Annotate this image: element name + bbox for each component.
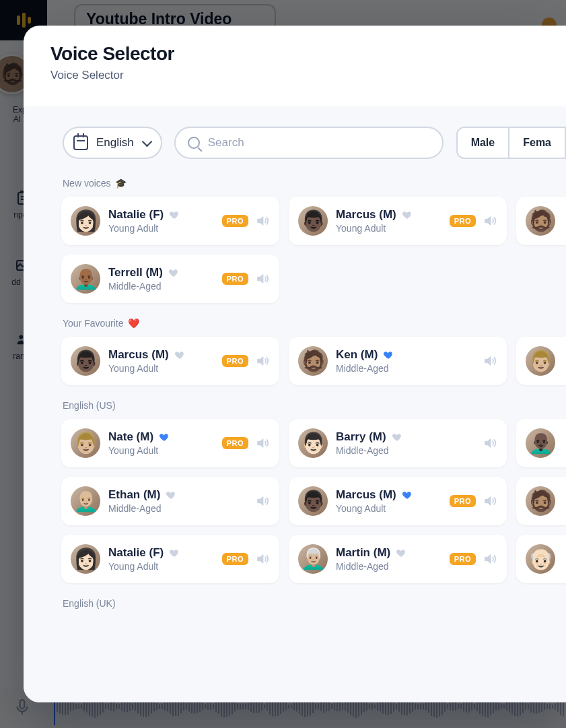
pro-badge: PRO xyxy=(450,553,476,565)
voice-card-peek[interactable]: 🧔🏽 xyxy=(516,477,566,525)
speaker-icon[interactable] xyxy=(483,213,497,228)
heart-icon[interactable] xyxy=(174,350,185,360)
heart-icon[interactable] xyxy=(168,267,179,278)
voice-actions: PRO xyxy=(222,552,270,566)
speaker-icon[interactable] xyxy=(483,436,497,451)
voice-meta: Barry (M) Middle-Aged xyxy=(336,430,474,456)
voice-row: 👨🏼‍🦲 Ethan (M) Middle-Aged 👨🏿 Marcus (M)… xyxy=(61,477,566,525)
voice-row: 👨🏼 Nate (M) Young Adult PRO 👨🏻 Barry (M)… xyxy=(61,419,566,467)
voice-actions: PRO xyxy=(450,552,497,566)
segment-male[interactable]: Male xyxy=(456,127,510,159)
voice-row: 👨🏿 Marcus (M) Young Adult PRO 🧔🏽 Ken (M)… xyxy=(61,337,566,385)
voice-age: Young Adult xyxy=(336,503,441,514)
heart-icon[interactable] xyxy=(169,209,180,220)
voice-meta: Natalie (F) Young Adult xyxy=(108,546,214,572)
voice-actions xyxy=(483,436,497,451)
speaker-icon[interactable] xyxy=(255,494,270,508)
voice-age: Middle-Aged xyxy=(108,281,214,292)
voice-card[interactable]: 👨🏼‍🦲 Ethan (M) Middle-Aged xyxy=(61,477,279,525)
voice-card[interactable]: 👨🏼‍🦳 Martin (M) Middle-Aged PRO xyxy=(289,535,507,583)
voice-actions xyxy=(483,354,497,368)
voice-card[interactable]: 👨🏾‍🦲 Terrell (M) Middle-Aged PRO xyxy=(61,255,279,303)
modal-header: Voice Selector Voice Selector xyxy=(24,26,566,97)
voice-card-peek[interactable]: 👴🏻 xyxy=(516,535,566,583)
speaker-icon[interactable] xyxy=(255,436,270,451)
voice-name: Marcus (M) xyxy=(336,208,396,222)
voice-card[interactable]: 👨🏼 Nate (M) Young Adult PRO xyxy=(61,419,279,467)
voice-selector-modal: Voice Selector Voice Selector English Ma… xyxy=(24,26,566,702)
voice-actions xyxy=(255,494,270,508)
avatar: 👨🏼 xyxy=(526,346,555,376)
heart-icon[interactable] xyxy=(396,548,406,558)
voice-name: Nate (M) xyxy=(108,430,153,444)
section-label: New voices 🎓 xyxy=(63,178,566,189)
avatar: 👨🏼‍🦳 xyxy=(298,544,328,574)
heart-icon[interactable] xyxy=(392,432,402,442)
speaker-icon[interactable] xyxy=(255,552,270,566)
voice-card[interactable]: 👨🏿 Marcus (M) Young Adult PRO xyxy=(289,477,507,525)
avatar: 👨🏿 xyxy=(71,346,100,376)
voice-age: Middle-Aged xyxy=(336,561,441,572)
voice-meta: Ethan (M) Middle-Aged xyxy=(108,488,247,514)
speaker-icon[interactable] xyxy=(255,213,270,228)
search-field[interactable] xyxy=(174,127,444,159)
avatar: 🧔🏽 xyxy=(298,346,328,376)
speaker-icon[interactable] xyxy=(255,271,270,286)
voice-actions: PRO xyxy=(222,436,270,451)
heart-icon[interactable] xyxy=(159,432,170,442)
voice-card[interactable]: 👨🏻 Barry (M) Middle-Aged xyxy=(289,419,507,467)
voice-card[interactable]: 👩🏻 Natalie (F) Young Adult PRO xyxy=(61,197,279,245)
pro-badge: PRO xyxy=(222,273,248,285)
voice-meta: Marcus (M) Young Adult xyxy=(336,208,441,234)
pro-badge: PRO xyxy=(222,437,248,449)
voice-row: 👨🏾‍🦲 Terrell (M) Middle-Aged PRO xyxy=(61,255,566,303)
voice-meta: Natalie (F) Young Adult xyxy=(108,208,214,234)
avatar: 👨🏾‍🦲 xyxy=(71,264,100,294)
heart-icon[interactable] xyxy=(383,350,394,360)
voice-age: Young Adult xyxy=(108,445,214,456)
avatar: 👨🏿‍🦲 xyxy=(526,428,555,458)
voice-card[interactable]: 👩🏻 Natalie (F) Young Adult PRO xyxy=(61,535,279,583)
pro-badge: PRO xyxy=(450,495,476,507)
voice-card-peek[interactable]: 🧔🏽 xyxy=(516,197,566,245)
voice-card-peek[interactable]: 👨🏿‍🦲 xyxy=(516,419,566,467)
search-input[interactable] xyxy=(208,136,430,150)
voice-card[interactable]: 👨🏿 Marcus (M) Young Adult PRO xyxy=(289,197,507,245)
speaker-icon[interactable] xyxy=(483,552,497,566)
voice-name: Natalie (F) xyxy=(108,208,164,222)
heart-icon[interactable] xyxy=(169,548,180,558)
pro-badge: PRO xyxy=(222,355,248,367)
search-icon xyxy=(188,137,200,149)
speaker-icon[interactable] xyxy=(483,354,497,368)
voice-age: Young Adult xyxy=(108,363,214,374)
voice-age: Middle-Aged xyxy=(108,503,247,514)
avatar: 👩🏻 xyxy=(71,206,100,236)
calendar-icon xyxy=(73,135,88,150)
modal-title: Voice Selector xyxy=(50,43,539,65)
voice-age: Young Adult xyxy=(336,223,441,234)
controls-row: English Male Fema xyxy=(63,127,566,159)
pro-badge: PRO xyxy=(222,215,248,227)
voice-meta: Nate (M) Young Adult xyxy=(108,430,214,456)
heart-icon[interactable] xyxy=(402,209,413,220)
section-label: English (UK) xyxy=(63,598,566,609)
modal-body: English Male Fema New voices 🎓 👩🏻 Natali… xyxy=(24,106,566,702)
voice-name: Terrell (M) xyxy=(108,266,163,279)
voice-row: 👩🏻 Natalie (F) Young Adult PRO 👨🏿 Marcus… xyxy=(61,197,566,245)
language-dropdown[interactable]: English xyxy=(63,127,162,159)
heart-icon[interactable] xyxy=(166,490,176,500)
voice-name: Barry (M) xyxy=(336,430,386,444)
voice-meta: Marcus (M) Young Adult xyxy=(108,348,214,374)
voice-card[interactable]: 🧔🏽 Ken (M) Middle-Aged xyxy=(289,337,507,385)
voice-card[interactable]: 👨🏿 Marcus (M) Young Adult PRO xyxy=(61,337,279,385)
avatar: 👨🏿 xyxy=(298,486,328,516)
speaker-icon[interactable] xyxy=(255,354,270,368)
voice-meta: Marcus (M) Young Adult xyxy=(336,488,441,514)
voice-name: Ken (M) xyxy=(336,348,378,362)
speaker-icon[interactable] xyxy=(483,494,497,508)
heart-icon[interactable] xyxy=(402,490,413,500)
segment-female[interactable]: Fema xyxy=(509,127,566,159)
voice-card-peek[interactable]: 👨🏼 xyxy=(516,337,566,385)
voice-meta: Ken (M) Middle-Aged xyxy=(336,348,474,374)
avatar: 👨🏼 xyxy=(71,428,100,458)
